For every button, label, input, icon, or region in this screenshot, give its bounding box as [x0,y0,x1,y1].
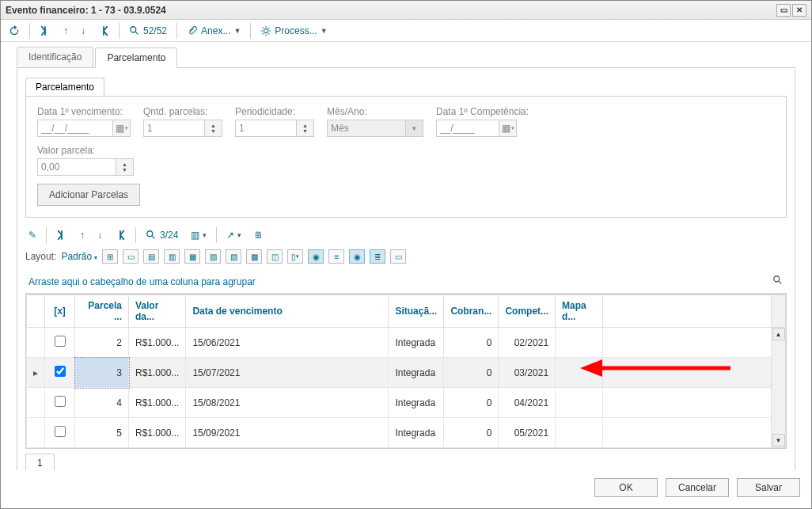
add-parcelas-button[interactable]: Adicionar Parcelas [37,184,140,206]
col-checkbox[interactable]: [x] [45,295,75,328]
row-checkbox-cell[interactable] [45,418,75,448]
cell-valor[interactable]: R$1.000... [129,358,186,388]
col-situacao[interactable]: Situaçã... [389,295,444,328]
cell-valor[interactable]: R$1.000... [129,418,186,448]
input-period[interactable]: 1 [235,120,297,137]
view-btn-7[interactable]: ▨ [226,249,241,264]
cell-situacao[interactable]: Integrada [389,418,444,448]
cell-cobranca[interactable]: 0 [444,358,499,388]
columns-icon[interactable]: ▥▾ [188,228,210,242]
table-row[interactable]: ▸3R$1.000...15/07/2021Integrada003/2021 [27,358,786,388]
cell-compet[interactable]: 04/2021 [499,388,556,418]
cell-valor[interactable]: R$1.000... [129,388,186,418]
cell-parcela[interactable]: 4 [75,388,129,418]
grid-filter-icon[interactable] [772,275,784,288]
table-row[interactable]: 4R$1.000...15/08/2021Integrada004/2021 [27,388,786,418]
row-checkbox[interactable] [55,426,66,437]
view-btn-8[interactable]: ▩ [246,249,262,264]
ok-button[interactable]: OK [594,478,658,497]
tab-parcelamento[interactable]: Parcelamento [95,47,177,68]
layout-dropdown[interactable]: Padrão ▾ [61,251,97,262]
view-btn-5[interactable]: ▦ [184,249,200,264]
cell-compet[interactable]: 05/2021 [499,418,556,448]
table-row[interactable]: 5R$1.000...15/09/2021Integrada005/2021 [27,418,786,448]
cell-cobranca[interactable]: 0 [444,328,499,358]
col-compet[interactable]: Compet... [499,295,556,328]
spinner-qntd[interactable]: ▲▼ [205,120,222,137]
view-btn-4[interactable]: ▥ [164,249,180,264]
nav-down-icon[interactable]: ↓ [78,24,89,38]
calendar-icon[interactable]: ▦▾ [113,120,131,137]
view-btn-6[interactable]: ▧ [205,249,221,264]
inner-tab-parcelamento[interactable]: Parcelamento [25,78,104,96]
close-button[interactable]: ✕ [792,4,806,17]
view-btn-9[interactable]: ◫ [267,249,283,264]
cell-cobranca[interactable]: 0 [444,418,499,448]
nav-up-icon[interactable]: ↑ [60,24,71,38]
view-btn-10[interactable]: ▯▾ [287,249,303,264]
scrollbar[interactable]: ▲▼ [772,328,786,448]
scroll-down-icon[interactable]: ▼ [772,434,785,446]
cell-situacao[interactable]: Integrada [389,358,444,388]
pager-page[interactable]: 1 [25,454,55,470]
attach-button[interactable]: Anex...▼ [184,24,244,38]
input-data-comp[interactable]: __/____ [436,120,499,137]
row-checkbox-cell[interactable] [45,328,75,358]
spinner-valor[interactable]: ▲▼ [116,158,134,176]
row-checkbox-cell[interactable] [45,388,75,418]
spinner-period[interactable]: ▲▼ [297,120,314,137]
cell-data[interactable]: 15/08/2021 [186,388,389,418]
calendar-icon-2[interactable]: ▦▾ [499,120,517,137]
cell-mapa[interactable] [556,358,603,388]
scroll-up-icon[interactable]: ▲ [772,328,785,340]
view-btn-15[interactable]: ▭ [390,249,406,264]
process-button[interactable]: Process...▼ [257,24,330,38]
col-parcela[interactable]: Parcela ... [75,295,129,328]
row-checkbox[interactable] [55,336,66,347]
cell-situacao[interactable]: Integrada [389,388,444,418]
grid-search-icon[interactable]: 3/24 [142,228,181,242]
cell-data[interactable]: 15/07/2021 [186,358,389,388]
edit-icon[interactable]: ✎ [25,228,40,242]
view-btn-12[interactable]: ≡ [328,249,344,264]
grid-down-icon[interactable]: ↓ [94,228,105,242]
view-btn-3[interactable]: ▤ [143,249,159,264]
row-checkbox[interactable] [55,366,66,377]
export-icon[interactable]: ↗▾ [223,228,245,242]
col-cobranca[interactable]: Cobran... [444,295,499,328]
input-qntd[interactable]: 1 [143,120,205,137]
cell-parcela[interactable]: 5 [75,418,129,448]
cell-parcela[interactable]: 2 [75,328,129,358]
col-valor[interactable]: Valor da... [129,295,186,328]
cell-situacao[interactable]: Integrada [389,328,444,358]
cell-data[interactable]: 15/06/2021 [186,328,389,358]
cell-cobranca[interactable]: 0 [444,388,499,418]
search-icon[interactable]: 52/52 [126,24,170,38]
minimize-button[interactable]: ▭ [776,4,791,17]
row-checkbox-cell[interactable] [45,358,75,388]
col-mapa[interactable]: Mapa d... [556,295,603,328]
grid-up-icon[interactable]: ↑ [77,228,88,242]
view-btn-14[interactable]: ≣ [370,249,385,264]
col-data-venc[interactable]: Data de vencimento [186,295,389,328]
nav-last-icon[interactable] [95,24,112,38]
save-button[interactable]: Salvar [737,478,800,497]
document-icon[interactable]: 🗎 [251,228,267,242]
cell-mapa[interactable] [556,388,603,418]
view-btn-13[interactable]: ◉ [349,249,365,264]
grid-last-icon[interactable] [112,228,129,242]
combo-mesano[interactable]: Mês [327,120,406,137]
cell-compet[interactable]: 03/2021 [499,358,556,388]
nav-first-icon[interactable] [36,24,54,38]
cell-valor[interactable]: R$1.000... [129,328,186,358]
cell-compet[interactable]: 02/2021 [499,328,556,358]
cell-parcela[interactable]: 3 [75,358,129,388]
view-btn-11[interactable]: ◉ [308,249,324,264]
view-btn-2[interactable]: ▭ [123,249,138,264]
grid-first-icon[interactable] [53,228,70,242]
row-checkbox[interactable] [55,396,66,407]
chevron-down-icon[interactable]: ▾ [406,120,423,137]
input-data-venc[interactable]: __/__/____ [37,120,113,137]
cell-mapa[interactable] [556,328,603,358]
refresh-icon[interactable] [6,24,23,38]
